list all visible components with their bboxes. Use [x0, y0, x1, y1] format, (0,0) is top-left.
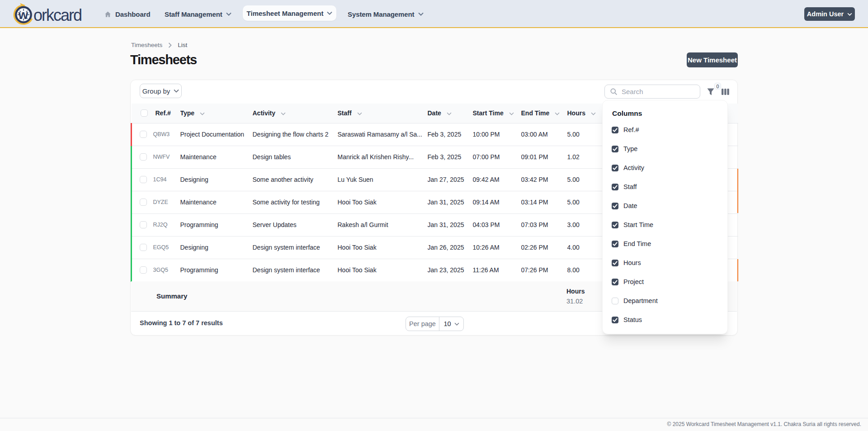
svg-text:orkcard: orkcard	[33, 6, 81, 24]
svg-text:w: w	[18, 8, 28, 22]
